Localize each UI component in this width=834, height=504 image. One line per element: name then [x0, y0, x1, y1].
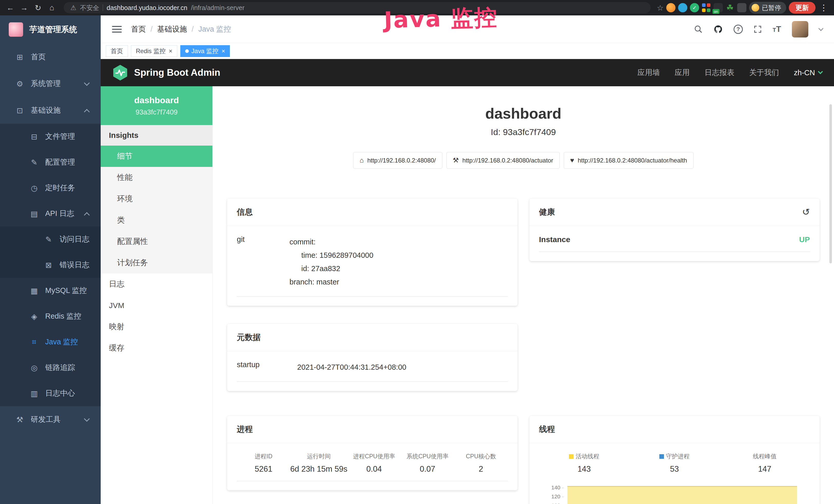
sidebar-item-scheduled-jobs[interactable]: ◷ 定时任务: [0, 175, 101, 201]
security-label[interactable]: 不安全: [80, 4, 99, 12]
sba-nav-about[interactable]: 关于我们: [749, 68, 779, 78]
extensions-puzzle-icon[interactable]: [737, 3, 746, 12]
extension-green-icon[interactable]: ✓: [690, 3, 699, 12]
extension-grid-icon[interactable]: [702, 3, 711, 12]
chrome-update-button[interactable]: 更新: [789, 2, 815, 14]
stat-cpu-cores: CPU核心数 2: [454, 452, 507, 474]
sidebar-item-trace[interactable]: ◎ 链路追踪: [0, 355, 101, 381]
sidebar-item-mappings[interactable]: 映射: [101, 316, 213, 337]
instance-links: ⌂ http://192.168.0.2:48080/ ⚒ http://192…: [213, 152, 834, 169]
breadcrumb-current: Java 监控: [198, 24, 231, 35]
sidebar-item-mysql-monitor[interactable]: ▦ MySQL 监控: [0, 278, 101, 303]
insights-item-environment[interactable]: 环境: [101, 188, 213, 209]
sidebar-item-system-mgmt[interactable]: ⚙ 系统管理: [0, 70, 101, 97]
process-card: 进程 进程ID 5261 运行时间 6d 23h 15m 59s: [227, 416, 518, 490]
api-log-icon: ▤: [29, 209, 39, 218]
dashboard-icon: ⊞: [15, 53, 25, 62]
sidebar-item-label: 定时任务: [45, 183, 75, 193]
heart-icon: ♥: [570, 156, 574, 164]
bookmark-star-icon[interactable]: ☆: [657, 3, 664, 12]
app-logo-row[interactable]: 芋道管理系统: [0, 16, 101, 44]
search-icon[interactable]: [694, 25, 703, 33]
redis-icon: ◈: [29, 312, 39, 321]
actuator-url: http://192.168.0.2:48080/actuator: [462, 157, 553, 164]
sidebar-item-label: 研发工具: [31, 414, 61, 425]
stat-uptime: 运行时间 6d 23h 15m 59s: [290, 452, 347, 474]
tab-redis-monitor[interactable]: Redis 监控 ×: [131, 45, 177, 57]
service-url-button[interactable]: ⌂ http://192.168.0.2:48080/: [353, 152, 442, 169]
stat-pid: 进程ID 5261: [237, 452, 290, 474]
sidebar-item-home[interactable]: ⊞ 首页: [0, 44, 101, 70]
instance-id-subtitle: Id: 93a3fc7f7409: [213, 127, 834, 137]
reload-icon[interactable]: ↻: [32, 2, 44, 13]
close-icon[interactable]: ×: [221, 47, 225, 55]
extension-drop-icon[interactable]: [678, 3, 687, 12]
sidebar-item-jvm[interactable]: JVM: [101, 295, 213, 316]
locale-select[interactable]: zh-CN: [794, 69, 822, 77]
tab-label: Java 监控: [191, 47, 218, 55]
sidebar-item-log-center[interactable]: ▥ 日志中心: [0, 381, 101, 406]
mysql-icon: ▦: [29, 286, 39, 295]
sba-nav-wall[interactable]: 应用墙: [637, 68, 660, 78]
instance-header[interactable]: dashboard 93a3fc7f7409: [101, 86, 213, 125]
sidebar-item-java-monitor[interactable]: ⌗ Java 监控: [0, 329, 101, 355]
sidebar-item-infrastructure[interactable]: ⊡ 基础设施: [0, 97, 101, 124]
sidebar-item-caches[interactable]: 缓存: [101, 337, 213, 359]
tab-home[interactable]: 首页: [106, 45, 128, 57]
insights-item-config-props[interactable]: 配置属性: [101, 231, 213, 252]
log-center-icon: ▥: [29, 389, 39, 398]
sidebar-fold-icon[interactable]: [112, 26, 122, 32]
extension-proxy-icon[interactable]: on: [714, 3, 723, 12]
chevron-down-icon: [85, 82, 89, 86]
history-icon[interactable]: ↺: [802, 207, 810, 217]
insights-item-details[interactable]: 细节: [101, 145, 213, 167]
fullscreen-icon[interactable]: [753, 25, 762, 33]
y-tick: 100: [547, 502, 564, 504]
insights-item-performance[interactable]: 性能: [101, 167, 213, 188]
sidebar-item-dev-tools[interactable]: ⚒ 研发工具: [0, 406, 101, 433]
sidebar-item-file-mgmt[interactable]: ⊟ 文件管理: [0, 124, 101, 150]
breadcrumb-infrastructure[interactable]: 基础设施: [157, 24, 187, 35]
sba-nav-journal[interactable]: 日志报表: [705, 68, 734, 78]
insights-item-scheduled-tasks[interactable]: 计划任务: [101, 252, 213, 273]
home-icon[interactable]: ⌂: [46, 2, 58, 13]
metadata-key: startup: [237, 361, 297, 374]
service-url: http://192.168.0.2:48080/: [367, 157, 436, 164]
sidebar-item-config-mgmt[interactable]: ✎ 配置管理: [0, 150, 101, 175]
close-icon[interactable]: ×: [169, 47, 172, 55]
health-url-button[interactable]: ♥ http://192.168.0.2:48080/actuator/heal…: [564, 152, 694, 169]
sba-brand[interactable]: Spring Boot Admin: [112, 64, 220, 81]
scrollbar-thumb[interactable]: [829, 104, 832, 264]
sidebar-item-api-logs[interactable]: ▤ API 日志: [0, 201, 101, 226]
sidebar-item-loggers[interactable]: 日志: [101, 273, 213, 295]
y-tick: 120: [547, 494, 564, 500]
access-log-icon: ✎: [44, 235, 53, 244]
sidebar-item-error-logs[interactable]: ⊠ 错误日志: [0, 252, 101, 278]
github-icon[interactable]: [714, 25, 723, 34]
sba-nav-applications[interactable]: 应用: [675, 68, 690, 78]
actuator-url-button[interactable]: ⚒ http://192.168.0.2:48080/actuator: [446, 152, 560, 169]
extension-orange-icon[interactable]: [666, 3, 676, 12]
app-title: 芋道管理系统: [29, 24, 77, 35]
git-id-line: id: 27aa832: [289, 262, 373, 275]
home-icon: ⌂: [359, 156, 364, 164]
insights-section-label: Insights: [101, 125, 213, 145]
user-avatar[interactable]: [792, 21, 808, 38]
sidebar-item-access-logs[interactable]: ✎ 访问日志: [0, 226, 101, 252]
metadata-card-title: 元数据: [237, 332, 261, 343]
paused-profile-chip[interactable]: 已暂停: [749, 2, 786, 14]
address-bar[interactable]: ⚠ 不安全 dashboard.yudao.iocoder.cn /infra/…: [64, 2, 651, 13]
tab-java-monitor[interactable]: Java 监控 ×: [180, 45, 230, 57]
forward-icon[interactable]: →: [19, 2, 30, 13]
font-size-icon[interactable]: TT: [773, 24, 781, 34]
git-branch-line: branch: master: [289, 275, 373, 289]
smiley-icon: [751, 4, 759, 12]
browser-menu-icon[interactable]: ⋮: [818, 3, 829, 13]
breadcrumb-home[interactable]: 首页: [131, 24, 146, 35]
back-icon[interactable]: ←: [5, 2, 16, 13]
insights-item-classes[interactable]: 类: [101, 209, 213, 231]
sidebar-item-redis-monitor[interactable]: ◈ Redis 监控: [0, 303, 101, 329]
help-icon[interactable]: ?: [733, 25, 743, 34]
chevron-down-icon[interactable]: [818, 26, 824, 31]
extension-leaf-icon[interactable]: ☘: [725, 3, 734, 12]
